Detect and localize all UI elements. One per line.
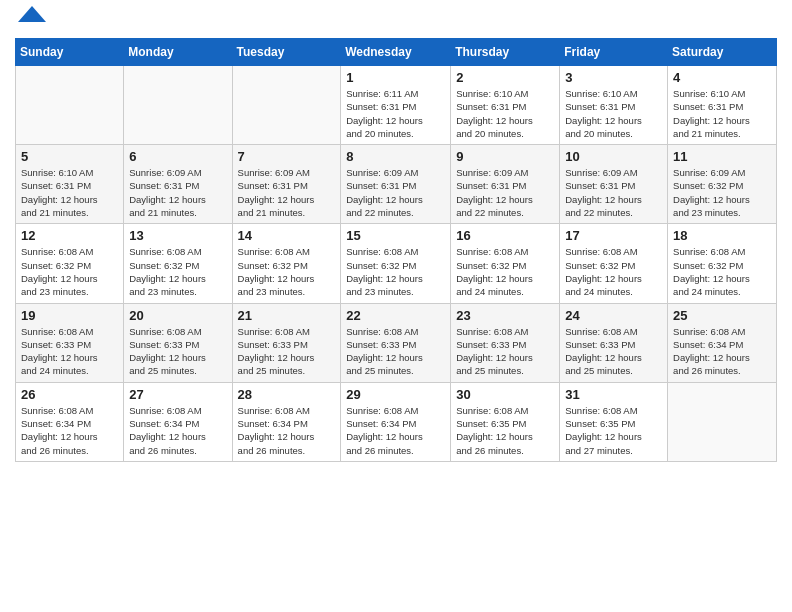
logo-icon: [18, 2, 46, 30]
day-number: 2: [456, 70, 554, 85]
calendar-header-saturday: Saturday: [668, 39, 777, 66]
day-info: Sunrise: 6:08 AM Sunset: 6:32 PM Dayligh…: [565, 245, 662, 298]
day-info: Sunrise: 6:08 AM Sunset: 6:33 PM Dayligh…: [238, 325, 336, 378]
day-info: Sunrise: 6:08 AM Sunset: 6:34 PM Dayligh…: [129, 404, 226, 457]
day-number: 25: [673, 308, 771, 323]
day-info: Sunrise: 6:08 AM Sunset: 6:33 PM Dayligh…: [346, 325, 445, 378]
calendar-header-monday: Monday: [124, 39, 232, 66]
calendar-cell: 19Sunrise: 6:08 AM Sunset: 6:33 PM Dayli…: [16, 303, 124, 382]
day-info: Sunrise: 6:08 AM Sunset: 6:32 PM Dayligh…: [21, 245, 118, 298]
day-number: 6: [129, 149, 226, 164]
calendar-cell: [668, 382, 777, 461]
calendar-cell: 3Sunrise: 6:10 AM Sunset: 6:31 PM Daylig…: [560, 66, 668, 145]
day-number: 16: [456, 228, 554, 243]
day-number: 18: [673, 228, 771, 243]
day-number: 28: [238, 387, 336, 402]
calendar-cell: 23Sunrise: 6:08 AM Sunset: 6:33 PM Dayli…: [451, 303, 560, 382]
calendar-header-wednesday: Wednesday: [341, 39, 451, 66]
day-info: Sunrise: 6:09 AM Sunset: 6:32 PM Dayligh…: [673, 166, 771, 219]
calendar-week-row: 12Sunrise: 6:08 AM Sunset: 6:32 PM Dayli…: [16, 224, 777, 303]
day-info: Sunrise: 6:10 AM Sunset: 6:31 PM Dayligh…: [456, 87, 554, 140]
day-number: 5: [21, 149, 118, 164]
day-number: 20: [129, 308, 226, 323]
day-info: Sunrise: 6:08 AM Sunset: 6:32 PM Dayligh…: [346, 245, 445, 298]
day-number: 3: [565, 70, 662, 85]
day-info: Sunrise: 6:09 AM Sunset: 6:31 PM Dayligh…: [565, 166, 662, 219]
day-info: Sunrise: 6:08 AM Sunset: 6:32 PM Dayligh…: [238, 245, 336, 298]
day-number: 15: [346, 228, 445, 243]
day-number: 7: [238, 149, 336, 164]
day-info: Sunrise: 6:08 AM Sunset: 6:32 PM Dayligh…: [673, 245, 771, 298]
day-number: 24: [565, 308, 662, 323]
day-number: 27: [129, 387, 226, 402]
day-info: Sunrise: 6:08 AM Sunset: 6:33 PM Dayligh…: [21, 325, 118, 378]
calendar-cell: 16Sunrise: 6:08 AM Sunset: 6:32 PM Dayli…: [451, 224, 560, 303]
day-info: Sunrise: 6:08 AM Sunset: 6:34 PM Dayligh…: [346, 404, 445, 457]
calendar-cell: 22Sunrise: 6:08 AM Sunset: 6:33 PM Dayli…: [341, 303, 451, 382]
calendar-cell: 18Sunrise: 6:08 AM Sunset: 6:32 PM Dayli…: [668, 224, 777, 303]
day-number: 12: [21, 228, 118, 243]
header: [15, 10, 777, 30]
calendar-cell: 10Sunrise: 6:09 AM Sunset: 6:31 PM Dayli…: [560, 145, 668, 224]
day-number: 26: [21, 387, 118, 402]
day-info: Sunrise: 6:09 AM Sunset: 6:31 PM Dayligh…: [456, 166, 554, 219]
calendar-week-row: 1Sunrise: 6:11 AM Sunset: 6:31 PM Daylig…: [16, 66, 777, 145]
day-number: 19: [21, 308, 118, 323]
day-info: Sunrise: 6:08 AM Sunset: 6:35 PM Dayligh…: [456, 404, 554, 457]
calendar-header-friday: Friday: [560, 39, 668, 66]
day-info: Sunrise: 6:10 AM Sunset: 6:31 PM Dayligh…: [21, 166, 118, 219]
day-info: Sunrise: 6:08 AM Sunset: 6:32 PM Dayligh…: [129, 245, 226, 298]
day-number: 29: [346, 387, 445, 402]
day-info: Sunrise: 6:09 AM Sunset: 6:31 PM Dayligh…: [238, 166, 336, 219]
calendar-cell: [16, 66, 124, 145]
calendar-week-row: 5Sunrise: 6:10 AM Sunset: 6:31 PM Daylig…: [16, 145, 777, 224]
day-info: Sunrise: 6:08 AM Sunset: 6:34 PM Dayligh…: [238, 404, 336, 457]
calendar-cell: 4Sunrise: 6:10 AM Sunset: 6:31 PM Daylig…: [668, 66, 777, 145]
day-info: Sunrise: 6:09 AM Sunset: 6:31 PM Dayligh…: [129, 166, 226, 219]
calendar-cell: 27Sunrise: 6:08 AM Sunset: 6:34 PM Dayli…: [124, 382, 232, 461]
day-info: Sunrise: 6:08 AM Sunset: 6:35 PM Dayligh…: [565, 404, 662, 457]
day-number: 30: [456, 387, 554, 402]
day-info: Sunrise: 6:08 AM Sunset: 6:33 PM Dayligh…: [565, 325, 662, 378]
calendar-cell: [232, 66, 341, 145]
day-info: Sunrise: 6:09 AM Sunset: 6:31 PM Dayligh…: [346, 166, 445, 219]
calendar-cell: 21Sunrise: 6:08 AM Sunset: 6:33 PM Dayli…: [232, 303, 341, 382]
day-info: Sunrise: 6:10 AM Sunset: 6:31 PM Dayligh…: [673, 87, 771, 140]
day-info: Sunrise: 6:08 AM Sunset: 6:34 PM Dayligh…: [673, 325, 771, 378]
svg-marker-0: [18, 6, 46, 22]
calendar-header-thursday: Thursday: [451, 39, 560, 66]
day-info: Sunrise: 6:08 AM Sunset: 6:32 PM Dayligh…: [456, 245, 554, 298]
calendar-cell: 29Sunrise: 6:08 AM Sunset: 6:34 PM Dayli…: [341, 382, 451, 461]
day-number: 9: [456, 149, 554, 164]
calendar-cell: 13Sunrise: 6:08 AM Sunset: 6:32 PM Dayli…: [124, 224, 232, 303]
calendar-header-row: SundayMondayTuesdayWednesdayThursdayFrid…: [16, 39, 777, 66]
calendar-cell: 6Sunrise: 6:09 AM Sunset: 6:31 PM Daylig…: [124, 145, 232, 224]
day-number: 13: [129, 228, 226, 243]
day-number: 22: [346, 308, 445, 323]
calendar-week-row: 26Sunrise: 6:08 AM Sunset: 6:34 PM Dayli…: [16, 382, 777, 461]
calendar-table: SundayMondayTuesdayWednesdayThursdayFrid…: [15, 38, 777, 462]
calendar-cell: 14Sunrise: 6:08 AM Sunset: 6:32 PM Dayli…: [232, 224, 341, 303]
calendar-header-tuesday: Tuesday: [232, 39, 341, 66]
calendar-cell: 28Sunrise: 6:08 AM Sunset: 6:34 PM Dayli…: [232, 382, 341, 461]
day-number: 10: [565, 149, 662, 164]
day-info: Sunrise: 6:11 AM Sunset: 6:31 PM Dayligh…: [346, 87, 445, 140]
logo: [15, 10, 46, 30]
calendar-cell: 24Sunrise: 6:08 AM Sunset: 6:33 PM Dayli…: [560, 303, 668, 382]
calendar-cell: 7Sunrise: 6:09 AM Sunset: 6:31 PM Daylig…: [232, 145, 341, 224]
day-info: Sunrise: 6:08 AM Sunset: 6:34 PM Dayligh…: [21, 404, 118, 457]
calendar-cell: 12Sunrise: 6:08 AM Sunset: 6:32 PM Dayli…: [16, 224, 124, 303]
calendar-cell: 20Sunrise: 6:08 AM Sunset: 6:33 PM Dayli…: [124, 303, 232, 382]
day-number: 17: [565, 228, 662, 243]
calendar-cell: 11Sunrise: 6:09 AM Sunset: 6:32 PM Dayli…: [668, 145, 777, 224]
calendar-cell: 30Sunrise: 6:08 AM Sunset: 6:35 PM Dayli…: [451, 382, 560, 461]
day-number: 4: [673, 70, 771, 85]
day-number: 1: [346, 70, 445, 85]
calendar-cell: 25Sunrise: 6:08 AM Sunset: 6:34 PM Dayli…: [668, 303, 777, 382]
day-info: Sunrise: 6:08 AM Sunset: 6:33 PM Dayligh…: [456, 325, 554, 378]
calendar-cell: 2Sunrise: 6:10 AM Sunset: 6:31 PM Daylig…: [451, 66, 560, 145]
day-number: 11: [673, 149, 771, 164]
calendar-header-sunday: Sunday: [16, 39, 124, 66]
calendar-cell: 8Sunrise: 6:09 AM Sunset: 6:31 PM Daylig…: [341, 145, 451, 224]
day-number: 23: [456, 308, 554, 323]
